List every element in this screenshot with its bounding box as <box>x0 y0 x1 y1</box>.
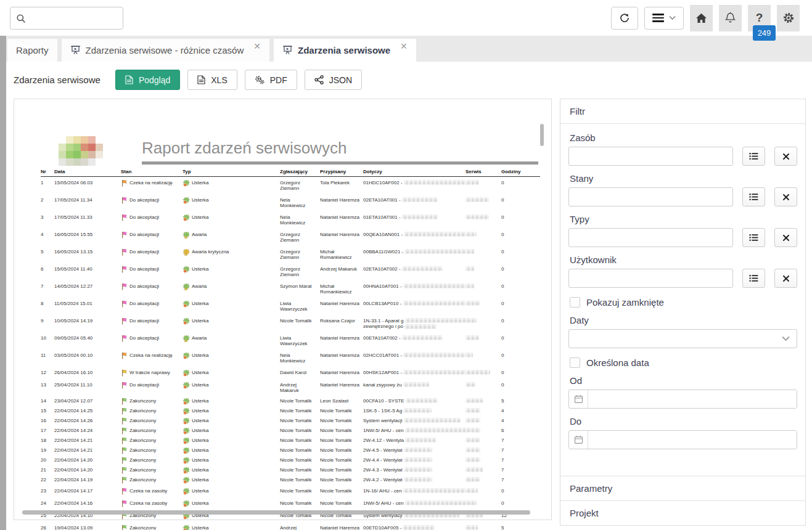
report-row: 2222/04/2024 14.19ZakończonyUsterkaNicol… <box>41 475 540 485</box>
lookup-row-stany <box>568 187 797 206</box>
cell-typ: Usterka <box>182 447 280 454</box>
state-flag-icon <box>121 180 128 187</box>
cell-dotyczy: 1SK-5 - 1SK-5 Ag <box>363 408 465 415</box>
home-button[interactable] <box>690 5 713 31</box>
tab-close-icon[interactable]: ✕ <box>400 41 408 51</box>
cell-nr: 9 <box>41 318 54 330</box>
użytkownik-input[interactable] <box>568 269 733 288</box>
menu-button[interactable] <box>644 7 684 30</box>
column-header: Stan <box>121 169 182 174</box>
json-button[interactable]: JSON <box>305 70 362 90</box>
cell-serwis <box>465 447 501 454</box>
filter-section-header[interactable]: Filtr <box>560 99 805 124</box>
global-search[interactable] <box>10 7 123 30</box>
redacted-text <box>465 180 479 185</box>
podgląd-button[interactable]: Podgląd <box>115 70 180 90</box>
cell-nr: 26 <box>41 525 54 530</box>
calendar-icon[interactable] <box>569 431 588 449</box>
specific-date-checkbox[interactable] <box>570 357 580 368</box>
specific-date-label: Określona data <box>586 357 649 368</box>
search-input[interactable] <box>30 14 117 23</box>
cell-dotyczy: 2W-4.2 - Wentylat <box>363 477 465 484</box>
section-header-parametry[interactable]: Parametry <box>560 476 805 500</box>
event-type-icon <box>182 353 190 359</box>
zasób-input[interactable] <box>568 147 733 166</box>
date-to-input[interactable] <box>588 431 797 449</box>
redacted-text <box>402 214 438 219</box>
użytkownik-clear-button[interactable] <box>774 269 797 288</box>
state-flag-icon <box>121 418 128 425</box>
tab-close-icon[interactable]: ✕ <box>253 41 261 51</box>
tab-zdarzenia-serwisowe-roznice[interactable]: Zdarzenia serwisowe - różnice czasów✕ <box>62 39 270 62</box>
cell-dotyczy: 02ETA10AT002 - <box>363 266 465 278</box>
column-header: Godziny <box>501 169 540 174</box>
button-label: Podgląd <box>139 75 170 85</box>
redacted-text <box>465 500 477 505</box>
button-label: JSON <box>329 75 352 85</box>
redacted-text <box>403 353 465 357</box>
stany-list-button[interactable] <box>742 187 765 206</box>
report-row: 1622/04/2024 14.26ZakończonyUsterkaNicol… <box>41 416 540 426</box>
refresh-button[interactable] <box>611 7 638 30</box>
help-button[interactable]: ? 249 <box>748 5 771 31</box>
cell-stan: Do akceptacji <box>121 197 182 209</box>
cell-przypisany: Nataniel Haremza <box>320 382 363 394</box>
typy-clear-button[interactable] <box>774 228 797 247</box>
cell-zglaszajacy: Dawid Karol <box>280 370 320 377</box>
settings-button[interactable] <box>777 5 800 31</box>
tab-raporty[interactable]: Raporty <box>7 39 57 62</box>
cell-serwis <box>465 232 501 243</box>
cell-serwis <box>465 266 501 278</box>
event-type-icon <box>182 438 190 444</box>
notifications-button[interactable] <box>719 5 742 31</box>
redacted-text <box>465 301 480 306</box>
użytkownik-list-button[interactable] <box>742 269 765 288</box>
cell-typ: Usterka <box>182 266 280 278</box>
zasób-list-button[interactable] <box>742 147 765 166</box>
date-from-group <box>568 389 797 409</box>
cell-dotyczy: 1NW-5/ AHU - cen 5/ AHU <box>363 428 465 434</box>
event-type-icon <box>182 249 190 256</box>
typy-input[interactable] <box>568 228 733 247</box>
report-logo-pixelated <box>59 136 103 167</box>
dates-select[interactable] <box>568 329 797 348</box>
xls-button[interactable]: XLS <box>187 70 237 90</box>
state-flag-icon <box>121 266 128 273</box>
cell-godziny: 0 <box>501 335 540 347</box>
typy-list-button[interactable] <box>742 228 765 247</box>
collapsed-sidebar[interactable] <box>0 36 6 530</box>
specific-date-checkbox-row[interactable]: Określona data <box>570 357 796 368</box>
show-closed-checkbox-row[interactable]: Pokazuj zamknięte <box>570 297 796 308</box>
filter-field-label: Użytkownik <box>570 255 796 265</box>
button-label: PDF <box>270 75 287 85</box>
section-header-projekt[interactable]: Projekt <box>560 500 805 525</box>
cell-data: 22/04/2024 14.16 <box>54 500 121 507</box>
date-from-input[interactable] <box>588 390 797 408</box>
tab-zdarzenia-serwisowe[interactable]: Zdarzenia serwisowe✕ <box>274 39 416 62</box>
pdf-button[interactable]: PDF <box>245 70 297 90</box>
clear-x-icon <box>782 194 790 201</box>
show-closed-checkbox[interactable] <box>570 297 580 308</box>
stany-clear-button[interactable] <box>774 187 797 206</box>
cell-stan: Do akceptacji <box>121 232 182 243</box>
cell-zglaszajacy: Szymon Marat <box>280 283 320 295</box>
cell-godziny: 0 <box>501 488 540 495</box>
cell-dotyczy: 01ETA10AT001 - <box>363 214 465 226</box>
redacted-text <box>465 457 480 462</box>
zasób-clear-button[interactable] <box>774 147 797 166</box>
cell-godziny: 0 <box>501 232 540 243</box>
cell-data: 25/04/2024 11.10 <box>54 382 121 394</box>
redacted-text <box>465 428 480 433</box>
redacted-text <box>465 353 473 357</box>
preview-vertical-scrollbar[interactable] <box>540 124 544 146</box>
redacted-text <box>465 418 480 423</box>
cell-nr: 13 <box>41 382 54 394</box>
cell-nr: 4 <box>41 232 54 243</box>
state-flag-icon <box>121 301 128 308</box>
preview-horizontal-scrollbar[interactable] <box>22 510 530 515</box>
cell-godziny: 4 <box>501 418 540 425</box>
event-type-icon <box>182 318 190 325</box>
stany-input[interactable] <box>568 187 733 206</box>
calendar-icon[interactable] <box>569 390 588 408</box>
redacted-text <box>403 382 429 387</box>
